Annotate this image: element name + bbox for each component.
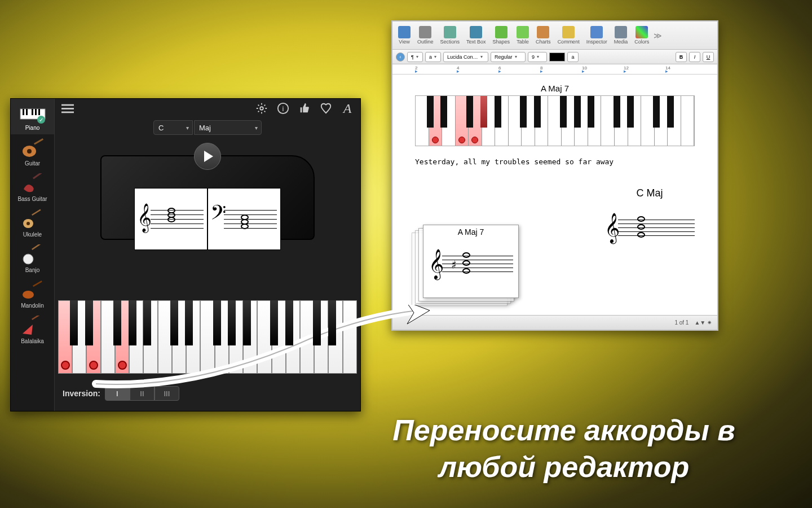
drag-card-front[interactable]: A Maj 7 𝄞 ♯ bbox=[423, 225, 519, 298]
paragraph-style-select[interactable]: ¶ bbox=[407, 52, 423, 62]
tb-shapes-button[interactable]: Shapes bbox=[491, 25, 513, 46]
tb-label: Colors bbox=[634, 39, 649, 45]
piano-keyboard[interactable] bbox=[58, 300, 357, 374]
text box-icon bbox=[470, 26, 482, 38]
inversion-3-button[interactable]: III bbox=[155, 386, 179, 401]
toolbar-overflow-icon[interactable]: ≫ bbox=[654, 31, 662, 40]
view-icon bbox=[398, 26, 411, 38]
charts-icon bbox=[537, 26, 549, 38]
chord-notes bbox=[241, 216, 249, 229]
tb-label: Comment bbox=[558, 39, 580, 45]
guitar-icon bbox=[19, 138, 46, 159]
inversion-controls: Inversion: I II III bbox=[63, 386, 179, 401]
drag-card-stack: A Maj 7 𝄞 ♯ bbox=[412, 225, 519, 309]
svg-rect-4 bbox=[35, 109, 37, 115]
sidebar-label: Piano bbox=[25, 125, 40, 131]
svg-rect-1 bbox=[23, 109, 24, 115]
balalaika-icon bbox=[19, 316, 46, 337]
font-family-select[interactable]: Lucida Con… bbox=[443, 52, 488, 62]
ruler[interactable]: 2▸4▸6▸8▸10▸12▸14▸ bbox=[392, 64, 717, 75]
sidebar-label: Mandolin bbox=[21, 303, 44, 309]
doc-chord-title-2: C Maj bbox=[604, 187, 695, 199]
ruler-tab-icon[interactable]: ▸ bbox=[457, 68, 460, 74]
nav-back-button[interactable]: ‹ bbox=[396, 52, 405, 62]
svg-point-7 bbox=[27, 149, 32, 154]
tb-media-button[interactable]: Media bbox=[612, 25, 630, 46]
sidebar-item-piano[interactable]: ✓ Piano bbox=[11, 99, 54, 134]
tb-text-box-button[interactable]: Text Box bbox=[464, 25, 488, 46]
font-size-select[interactable]: 9 bbox=[528, 52, 547, 62]
font-style-value: Regular bbox=[495, 54, 513, 60]
inversion-2-button[interactable]: II bbox=[130, 386, 155, 401]
ruler-tab-icon[interactable]: ▸ bbox=[498, 68, 501, 74]
chord-notes bbox=[167, 209, 175, 222]
sidebar-item-mandolin[interactable]: Mandolin bbox=[11, 277, 54, 312]
inversion-1-button[interactable]: I bbox=[105, 386, 130, 401]
editor-toolbar: ViewOutlineSectionsText BoxShapesTableCh… bbox=[392, 21, 717, 50]
tb-table-button[interactable]: Table bbox=[514, 25, 531, 46]
sharp-icon: ♯ bbox=[451, 258, 457, 271]
sidebar-item-banjo[interactable]: Banjo bbox=[11, 241, 54, 277]
tb-label: View bbox=[399, 39, 409, 45]
promo-headline: Переносите аккорды в любой редактор bbox=[350, 412, 778, 485]
font-size-value: 9 bbox=[532, 54, 535, 60]
ruler-tab-icon[interactable]: ▸ bbox=[540, 68, 543, 74]
underline-button[interactable]: U bbox=[703, 52, 714, 62]
treble-staff: 𝄞 bbox=[134, 188, 208, 250]
heart-icon[interactable] bbox=[319, 101, 333, 116]
text-color-button[interactable]: a bbox=[567, 52, 579, 62]
svg-point-13 bbox=[23, 254, 33, 264]
tb-label: Outline bbox=[417, 39, 434, 45]
thumbs-up-icon[interactable] bbox=[297, 101, 312, 116]
italic-button[interactable]: I bbox=[689, 52, 700, 62]
tb-colors-button[interactable]: Colors bbox=[632, 25, 651, 46]
tb-outline-button[interactable]: Outline bbox=[415, 25, 436, 46]
list-style-select[interactable]: a bbox=[425, 52, 441, 62]
ruler-tab-icon[interactable]: ▸ bbox=[624, 68, 626, 74]
editor-footer: 1 of 1 ▲▼ ✷ bbox=[392, 315, 717, 330]
view-controls-icon[interactable]: ▲▼ ✷ bbox=[694, 319, 712, 326]
gear-icon[interactable] bbox=[254, 101, 269, 116]
instrument-sidebar: ✓ Piano Guitar Bass Guitar Ukulele Banjo… bbox=[11, 99, 55, 411]
play-button[interactable] bbox=[194, 143, 221, 170]
svg-point-15 bbox=[23, 291, 34, 299]
root-value: C bbox=[158, 124, 164, 132]
bold-button[interactable]: B bbox=[676, 52, 687, 62]
color-swatch[interactable] bbox=[549, 52, 565, 62]
svg-point-21 bbox=[260, 107, 263, 110]
root-note-select[interactable]: C bbox=[153, 120, 193, 135]
tb-label: Inspector bbox=[586, 39, 607, 45]
sidebar-item-guitar[interactable]: Guitar bbox=[11, 134, 54, 170]
tb-charts-button[interactable]: Charts bbox=[533, 25, 553, 46]
svg-rect-5 bbox=[38, 109, 40, 115]
tb-inspector-button[interactable]: Inspector bbox=[584, 25, 610, 46]
piano-icon: ✓ bbox=[19, 102, 46, 124]
piano-visual: 𝄞 𝄢 bbox=[55, 139, 360, 411]
menu-icon[interactable] bbox=[60, 101, 75, 116]
ruler-tab-icon[interactable]: ▸ bbox=[582, 68, 585, 74]
doc-chord-title-1: A Maj 7 bbox=[415, 84, 695, 93]
table-icon bbox=[517, 26, 529, 38]
sidebar-item-bass-guitar[interactable]: Bass Guitar bbox=[11, 170, 54, 205]
bass-guitar-icon bbox=[19, 173, 46, 195]
ruler-tab-icon[interactable]: ▸ bbox=[665, 68, 668, 74]
chord-toolbar: i A bbox=[55, 99, 360, 118]
ruler-tab-icon[interactable]: ▸ bbox=[415, 68, 418, 74]
media-icon bbox=[615, 26, 627, 38]
sidebar-item-ukulele[interactable]: Ukulele bbox=[11, 205, 54, 241]
type-value: Maj bbox=[199, 124, 211, 132]
colors-icon bbox=[636, 26, 648, 38]
tb-label: Sections bbox=[440, 39, 460, 45]
svg-text:i: i bbox=[283, 104, 284, 113]
doc-staff: 𝄞 bbox=[604, 203, 695, 248]
tb-view-button[interactable]: View bbox=[396, 25, 413, 46]
tb-sections-button[interactable]: Sections bbox=[438, 25, 462, 46]
font-icon[interactable]: A bbox=[340, 101, 355, 116]
check-badge-icon: ✓ bbox=[37, 116, 45, 124]
tb-comment-button[interactable]: Comment bbox=[555, 25, 582, 46]
sidebar-item-balalaika[interactable]: Balalaika bbox=[11, 312, 54, 348]
info-icon[interactable]: i bbox=[276, 101, 290, 116]
chord-type-select[interactable]: Maj bbox=[194, 120, 262, 135]
comment-icon bbox=[562, 26, 575, 38]
font-style-select[interactable]: Regular bbox=[491, 52, 526, 62]
